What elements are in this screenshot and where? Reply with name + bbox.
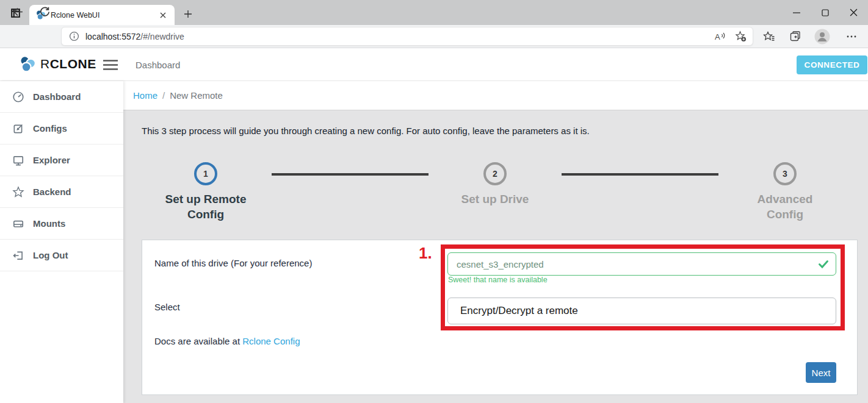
sidebar-item-label: Mounts [33, 218, 65, 229]
star-icon [12, 186, 24, 198]
favorites-button[interactable] [761, 29, 777, 45]
address-bar[interactable]: localhost:5572/#/newdrive A [61, 27, 753, 46]
step-number: 2 [493, 169, 497, 179]
url-text[interactable]: localhost:5572/#/newdrive [85, 32, 706, 41]
collections-icon [789, 30, 801, 43]
step-number: 1 [203, 169, 208, 179]
next-button[interactable]: Next [806, 362, 836, 383]
maximize-button[interactable] [811, 0, 839, 25]
url-host: localhost:5572 [85, 32, 140, 41]
read-aloud-icon: A [714, 32, 726, 41]
breadcrumb: Home / New Remote [123, 81, 868, 110]
select-label: Select [154, 302, 180, 312]
ellipsis-icon [846, 31, 857, 42]
step-1-label: Set up Remote Config [154, 192, 258, 222]
minimize-icon [793, 9, 800, 16]
add-favorite-button[interactable] [733, 29, 748, 44]
step-3-label: Advanced Config [748, 192, 822, 222]
sidebar-item-explorer[interactable]: Explorer [0, 144, 123, 176]
annotation-step-number: 1. [419, 244, 432, 263]
remote-type-select[interactable]: Encrypt/Decrypt a remote [447, 298, 836, 324]
profile-button[interactable] [814, 29, 830, 45]
step-connector-2 [562, 173, 718, 176]
step-2-label: Set up Drive [428, 192, 562, 207]
tab-title: Rclone WebUI [51, 11, 153, 20]
window-controls [782, 0, 868, 25]
close-window-button[interactable] [839, 0, 868, 25]
rclone-logo[interactable]: RCLONE [18, 55, 96, 72]
sidebar-item-backend[interactable]: Backend [0, 176, 123, 208]
drive-name-input-wrap [447, 252, 836, 276]
step-2-circle[interactable]: 2 [483, 162, 507, 185]
sidebar-item-label: Log Out [33, 250, 68, 260]
sidebar-item-configs[interactable]: Configs [0, 113, 123, 144]
remote-type-selected-value: Encrypt/Decrypt a remote [460, 305, 578, 317]
step-1-circle[interactable]: 1 [194, 162, 217, 185]
monitor-icon [12, 154, 24, 166]
avatar-icon [814, 29, 830, 45]
step-number: 3 [783, 169, 787, 179]
connected-status-button[interactable]: CONNECTED [797, 55, 867, 74]
wizard-intro-text: This 3 step process will guide you throu… [142, 126, 590, 136]
maximize-icon [822, 9, 829, 16]
refresh-button[interactable] [37, 4, 53, 20]
collections-button[interactable] [787, 29, 803, 45]
url-path: /#/newdrive [140, 32, 184, 41]
step-3-circle[interactable]: 3 [773, 162, 797, 185]
back-arrow-icon [12, 6, 24, 18]
close-icon [850, 9, 858, 16]
name-available-message: Sweet! that name is available [448, 276, 548, 284]
rclone-config-link[interactable]: Rclone Config [242, 336, 300, 346]
breadcrumb-current: New Remote [170, 90, 223, 101]
docs-text: Docs are available at Rclone Config [154, 336, 300, 346]
browser-titlebar: Rclone WebUI [0, 0, 868, 25]
breadcrumb-separator: / [162, 90, 165, 101]
minimize-button[interactable] [782, 0, 811, 25]
remote-config-card: Name of this drive (For your reference) … [142, 240, 858, 395]
edit-icon [12, 123, 24, 135]
valid-check-icon [818, 259, 829, 269]
brand-wordmark: RCLONE [40, 57, 96, 71]
step-connector-1 [272, 173, 429, 176]
back-button[interactable] [10, 4, 26, 20]
close-icon [160, 12, 166, 18]
browser-window: Rclone WebUI [0, 0, 868, 403]
site-info-icon[interactable] [69, 31, 79, 41]
favorites-star-list-icon [763, 30, 775, 43]
new-tab-button[interactable] [181, 7, 195, 21]
tab-close-button[interactable] [157, 10, 168, 21]
sidebar-item-label: Dashboard [33, 91, 81, 102]
drive-icon [12, 218, 24, 230]
sidebar: Dashboard Configs Explorer Backend [0, 81, 123, 403]
breadcrumb-home-link[interactable]: Home [133, 90, 157, 101]
sidebar-toggle-button[interactable] [102, 57, 119, 72]
logout-icon [12, 249, 24, 262]
drive-name-label: Name of this drive (For your reference) [154, 258, 312, 268]
sidebar-item-label: Configs [33, 123, 67, 134]
gauge-icon [12, 91, 24, 103]
sidebar-item-label: Backend [33, 187, 71, 197]
rclone-logo-icon [18, 55, 37, 72]
app-header: RCLONE Dashboard CONNECTED [0, 48, 868, 81]
sidebar-item-mounts[interactable]: Mounts [0, 208, 123, 240]
settings-menu-button[interactable] [844, 29, 859, 45]
svg-text:A: A [715, 32, 720, 41]
plus-icon [184, 10, 192, 18]
sidebar-item-dashboard[interactable]: Dashboard [0, 81, 123, 113]
drive-name-input[interactable] [447, 252, 836, 276]
star-add-icon [735, 30, 747, 42]
hamburger-icon [103, 59, 118, 71]
read-aloud-button[interactable]: A [712, 29, 727, 44]
sidebar-item-label: Explorer [33, 155, 70, 165]
page-title: Dashboard [136, 60, 180, 70]
sidebar-item-logout[interactable]: Log Out [0, 240, 123, 271]
refresh-icon [39, 6, 51, 18]
